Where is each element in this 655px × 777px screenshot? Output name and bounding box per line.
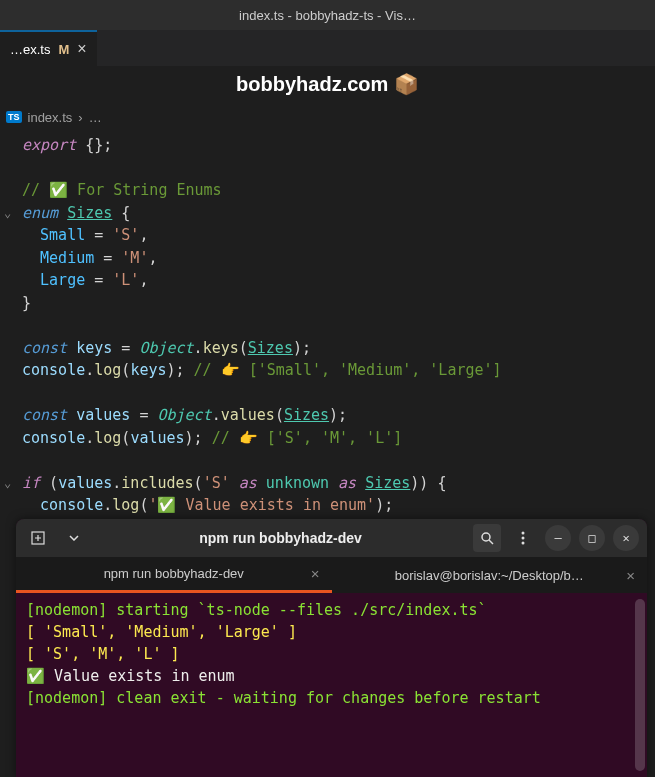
breadcrumb[interactable]: TS index.ts › … <box>0 104 655 130</box>
punct: ); <box>167 361 194 379</box>
svg-point-2 <box>522 532 525 535</box>
breadcrumb-file[interactable]: index.ts <box>28 110 73 125</box>
string: 'L' <box>112 271 139 289</box>
code-line[interactable]: ⌄enum Sizes { <box>22 202 655 225</box>
code-line[interactable] <box>22 157 655 180</box>
code-line[interactable] <box>22 382 655 405</box>
svg-point-3 <box>522 537 525 540</box>
terminal-title: npm run bobbyhadz-dev <box>96 530 465 546</box>
code-line[interactable]: Medium = 'M', <box>22 247 655 270</box>
terminal-output[interactable]: [nodemon] starting `ts-node --files ./sr… <box>16 593 647 777</box>
ident: console <box>22 429 85 447</box>
maximize-button[interactable]: □ <box>579 525 605 551</box>
editor-tab-index-ts[interactable]: …ex.ts M × <box>0 30 97 66</box>
punct: ); <box>185 429 212 447</box>
code-editor[interactable]: export {}; // ✅ For String Enums ⌄enum S… <box>0 130 655 539</box>
punct: ( <box>194 474 203 492</box>
breadcrumb-more[interactable]: … <box>89 110 102 125</box>
ident: values <box>67 406 139 424</box>
maximize-icon: □ <box>588 531 595 545</box>
tab-close-icon[interactable]: × <box>626 567 635 584</box>
punct: . <box>85 429 94 447</box>
function: keys <box>203 339 239 357</box>
code-line[interactable] <box>22 314 655 337</box>
function: includes <box>121 474 193 492</box>
terminal-search-button[interactable] <box>473 524 501 552</box>
close-button[interactable]: ✕ <box>613 525 639 551</box>
ident: keys <box>67 339 121 357</box>
type: Sizes <box>67 204 112 222</box>
code-line[interactable]: export {}; <box>22 134 655 157</box>
editor-tab-bar: …ex.ts M × <box>0 30 655 66</box>
string: 'S' <box>203 474 230 492</box>
terminal-line: [nodemon] clean exit - waiting for chang… <box>26 687 637 709</box>
punct: ); <box>375 496 393 514</box>
search-icon <box>480 531 494 545</box>
minimize-button[interactable]: ― <box>545 525 571 551</box>
code-line[interactable]: } <box>22 292 655 315</box>
terminal-tab-label: npm run bobbyhadz-dev <box>104 566 244 581</box>
type: Sizes <box>284 406 329 424</box>
enum-member: Large <box>40 271 85 289</box>
terminal-scrollbar[interactable] <box>635 599 645 771</box>
punct: , <box>148 249 157 267</box>
code-line[interactable]: // ✅ For String Enums <box>22 179 655 202</box>
fold-arrow-icon[interactable]: ⌄ <box>4 202 11 225</box>
punct: ( <box>40 474 58 492</box>
close-icon: ✕ <box>622 531 629 545</box>
plus-icon <box>31 531 45 545</box>
terminal-menu-button[interactable] <box>509 524 537 552</box>
kebab-icon <box>521 531 525 545</box>
enum-member: Small <box>40 226 85 244</box>
code-line[interactable]: ⌄if (values.includes('S' as unknown as S… <box>22 472 655 495</box>
punct: . <box>212 406 221 424</box>
code-line[interactable] <box>22 449 655 472</box>
object: Object <box>157 406 211 424</box>
terminal-panel: npm run bobbyhadz-dev ― □ ✕ npm run bobb… <box>16 519 647 777</box>
window-titlebar: index.ts - bobbyhadz-ts - Vis… <box>0 0 655 30</box>
string: '✅ Value exists in enum' <box>148 496 375 514</box>
site-banner: bobbyhadz.com 📦 <box>0 66 655 104</box>
code-line[interactable]: Large = 'L', <box>22 269 655 292</box>
keyword: export <box>22 136 76 154</box>
terminal-tab-1[interactable]: borislav@borislav:~/Desktop/b… × <box>332 557 648 593</box>
function: log <box>94 361 121 379</box>
punct: . <box>85 361 94 379</box>
ident: console <box>22 361 85 379</box>
terminal-text: [nodemon] starting `ts-node --files ./sr… <box>26 601 487 619</box>
terminal-line: [nodemon] starting `ts-node --files ./sr… <box>26 599 637 621</box>
tab-close-icon[interactable]: × <box>77 40 86 58</box>
tab-filename: …ex.ts <box>10 42 50 57</box>
tab-close-icon[interactable]: × <box>311 565 320 582</box>
code-line[interactable]: const keys = Object.keys(Sizes); <box>22 337 655 360</box>
keyword: as <box>230 474 266 492</box>
code-line[interactable]: const values = Object.values(Sizes); <box>22 404 655 427</box>
op: = <box>85 271 112 289</box>
chevron-down-icon <box>69 535 79 541</box>
new-tab-button[interactable] <box>24 524 52 552</box>
banner-text: bobbyhadz.com 📦 <box>236 73 419 95</box>
fold-arrow-icon[interactable]: ⌄ <box>4 472 11 495</box>
function: values <box>221 406 275 424</box>
punct: . <box>194 339 203 357</box>
string: 'M' <box>121 249 148 267</box>
keyword: const <box>22 339 67 357</box>
comment: // 👉️ ['S', 'M', 'L'] <box>212 429 403 447</box>
minimize-icon: ― <box>554 531 561 545</box>
op: = <box>85 226 112 244</box>
object: Object <box>139 339 193 357</box>
terminal-line: ✅ Value exists in enum <box>26 665 637 687</box>
tab-menu-button[interactable] <box>60 524 88 552</box>
svg-point-1 <box>482 533 490 541</box>
ident: console <box>40 496 103 514</box>
comment: // ✅ For String Enums <box>22 181 222 199</box>
code-line[interactable]: console.log('✅ Value exists in enum'); <box>22 494 655 517</box>
terminal-text: ✅ Value exists in enum <box>26 667 235 685</box>
code-line[interactable]: console.log(values); // 👉️ ['S', 'M', 'L… <box>22 427 655 450</box>
terminal-tab-0[interactable]: npm run bobbyhadz-dev × <box>16 557 332 593</box>
punct: { <box>112 204 130 222</box>
code-line[interactable]: console.log(keys); // 👉️ ['Small', 'Medi… <box>22 359 655 382</box>
code-line[interactable]: Small = 'S', <box>22 224 655 247</box>
ident: keys <box>130 361 166 379</box>
terminal-titlebar: npm run bobbyhadz-dev ― □ ✕ <box>16 519 647 557</box>
